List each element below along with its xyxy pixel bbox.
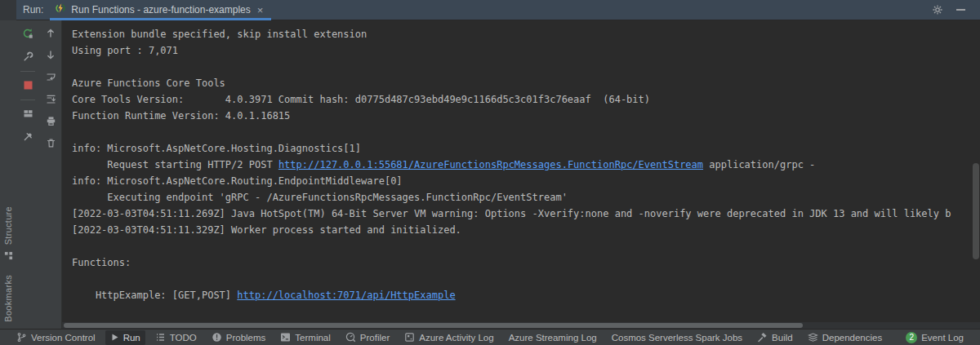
statusbar-item-label: Build: [772, 333, 793, 343]
statusbar-item-run[interactable]: Run: [105, 330, 145, 345]
sidebar-tab-structure[interactable]: Structure: [0, 206, 16, 263]
console-text: application/grpc -: [703, 159, 822, 170]
console-text: info: Microsoft.AspNetCore.Routing.Endpo…: [72, 175, 403, 187]
problems-icon: [212, 332, 222, 343]
console-text: [2022-03-03T04:51:11.329Z] Worker proces…: [72, 224, 461, 236]
git-branch-icon: [16, 332, 27, 343]
console-line: [2022-03-03T04:51:11.269Z] Java HotSpot(…: [72, 206, 980, 222]
up-arrow-icon: [46, 28, 56, 38]
left-tool-window-stripe: Structure Bookmarks: [0, 20, 16, 329]
console-text: Functions:: [72, 257, 131, 268]
statusbar-item-label: Problems: [226, 333, 266, 343]
statusbar-item-version-control[interactable]: Version Control: [11, 330, 100, 345]
clear-all-button[interactable]: [39, 133, 62, 153]
console-line: [2022-03-03T04:51:11.329Z] Worker proces…: [72, 222, 980, 238]
console-text: Using port : 7,071: [72, 45, 178, 56]
run-toolbar: [16, 20, 39, 329]
tool-window-header: Run: Run Functions - azure-function-exam…: [0, 0, 980, 20]
console-line: [72, 238, 980, 254]
console-line: info: Microsoft.AspNetCore.Hosting.Diagn…: [72, 140, 980, 157]
up-arrow-button[interactable]: [39, 23, 62, 42]
statusbar-item-label: Profiler: [360, 333, 390, 343]
print-icon: [46, 116, 56, 126]
console-line: Using port : 7,071: [72, 42, 980, 59]
console-line: info: Microsoft.AspNetCore.Routing.Endpo…: [72, 173, 980, 189]
rerun-icon: [22, 28, 33, 39]
statusbar-item-azure-streaming-log[interactable]: Azure Streaming Log: [504, 330, 602, 345]
bookmarks-tab-label: Bookmarks: [3, 275, 13, 322]
statusbar-item-label: TODO: [170, 333, 197, 343]
structure-icon: [4, 249, 13, 263]
pin-icon: [23, 131, 33, 142]
settings-wrench-button[interactable]: [16, 46, 39, 66]
console-line: [72, 303, 980, 320]
settings-gear-icon[interactable]: [932, 4, 943, 15]
statusbar-item-cosmos-serverless-spark-jobs[interactable]: Cosmos Serverless Spark Jobs: [607, 330, 747, 345]
statusbar-item-todo[interactable]: TODO: [150, 330, 202, 345]
soft-wrap-icon: [46, 72, 56, 82]
soft-wrap-button[interactable]: [39, 67, 62, 86]
azure-functions-icon: [55, 2, 66, 17]
header-corner: [0, 0, 16, 20]
print-button[interactable]: [39, 111, 62, 130]
statusbar-item-event-log[interactable]: 2Event Log: [901, 330, 969, 345]
event-log-count-badge: 2: [906, 332, 917, 343]
statusbar-item-label: Azure Activity Log: [419, 333, 493, 343]
down-arrow-icon: [46, 50, 56, 60]
toolbar-separator: [20, 100, 35, 100]
console-text: Function Runtime Version: 4.0.1.16815: [72, 110, 290, 122]
console-link[interactable]: http://127.0.0.1:55681/AzureFunctionsRpc…: [278, 159, 703, 170]
console-line: [72, 271, 980, 287]
console-text: info: Microsoft.AspNetCore.Hosting.Diagn…: [72, 143, 361, 154]
stop-button[interactable]: [16, 75, 39, 95]
statusbar-item-label: Version Control: [31, 333, 96, 343]
console-text: Request starting HTTP/2 POST: [72, 159, 278, 170]
statusbar-item-label: Terminal: [295, 333, 330, 343]
down-arrow-button[interactable]: [39, 45, 62, 64]
console-text: HttpExample: [GET,POST]: [72, 290, 237, 301]
structure-tab-label: Structure: [3, 206, 13, 245]
restore-layout-button[interactable]: [16, 104, 39, 123]
console-line: Core Tools Version: 4.0.3971 Commit hash…: [72, 91, 980, 108]
console-line: [72, 59, 980, 75]
console-line: Function Runtime Version: 4.0.1.16815: [72, 108, 980, 124]
statusbar-item-label: Dependencies: [822, 333, 883, 343]
console-text: Extension bundle specified, skip install…: [72, 29, 367, 40]
run-tab[interactable]: Run Functions - azure-function-examples …: [50, 0, 271, 20]
run-console[interactable]: Extension bundle specified, skip install…: [62, 20, 980, 329]
console-link[interactable]: http://localhost:7071/api/HttpExample: [237, 290, 455, 301]
statusbar-item-terminal[interactable]: Terminal: [275, 330, 335, 345]
terminal-icon: [280, 332, 291, 343]
close-tab-icon[interactable]: ×: [256, 5, 265, 15]
restore-layout-icon: [23, 108, 33, 119]
statusbar-item-label: Cosmos Serverless Spark Jobs: [612, 333, 742, 343]
console-toolbar: [39, 20, 62, 329]
hide-tool-window-icon[interactable]: [956, 9, 965, 11]
console-line: Azure Functions Core Tools: [72, 75, 980, 91]
rerun-button[interactable]: [16, 24, 39, 43]
hammer-icon: [757, 332, 768, 343]
statusbar-item-azure-activity-log[interactable]: Azure Activity Log: [399, 330, 498, 345]
scroll-to-end-button[interactable]: [39, 89, 62, 108]
vertical-scrollbar[interactable]: [973, 163, 979, 259]
run-tab-title: Run Functions - azure-function-examples: [71, 4, 250, 15]
console-line: Functions:: [72, 254, 980, 271]
pin-button[interactable]: [16, 126, 39, 146]
statusbar-item-problems[interactable]: Problems: [207, 330, 271, 345]
azure-activity-icon: [404, 332, 415, 343]
statusbar-item-label: Event Log: [921, 333, 964, 343]
console-line: [72, 124, 980, 140]
statusbar-item-dependencies[interactable]: Dependencies: [803, 330, 888, 345]
console-line: Executing endpoint 'gRPC - /AzureFunctio…: [72, 189, 980, 206]
statusbar-item-profiler[interactable]: Profiler: [341, 330, 394, 345]
run-tool-window-label: Run:: [23, 4, 43, 15]
console-text: [2022-03-03T04:51:11.269Z] Java HotSpot(…: [72, 208, 951, 219]
console-line: HttpExample: [GET,POST] http://localhost…: [72, 287, 980, 303]
horizontal-scrollbar-track: [62, 322, 980, 329]
statusbar-item-label: Run: [123, 333, 140, 343]
horizontal-scrollbar[interactable]: [64, 323, 803, 328]
statusbar-item-build[interactable]: Build: [752, 330, 798, 345]
layers-icon: [808, 332, 818, 343]
profiler-icon: [345, 332, 356, 343]
console-text: Core Tools Version: 4.0.3971 Commit hash…: [72, 94, 650, 105]
